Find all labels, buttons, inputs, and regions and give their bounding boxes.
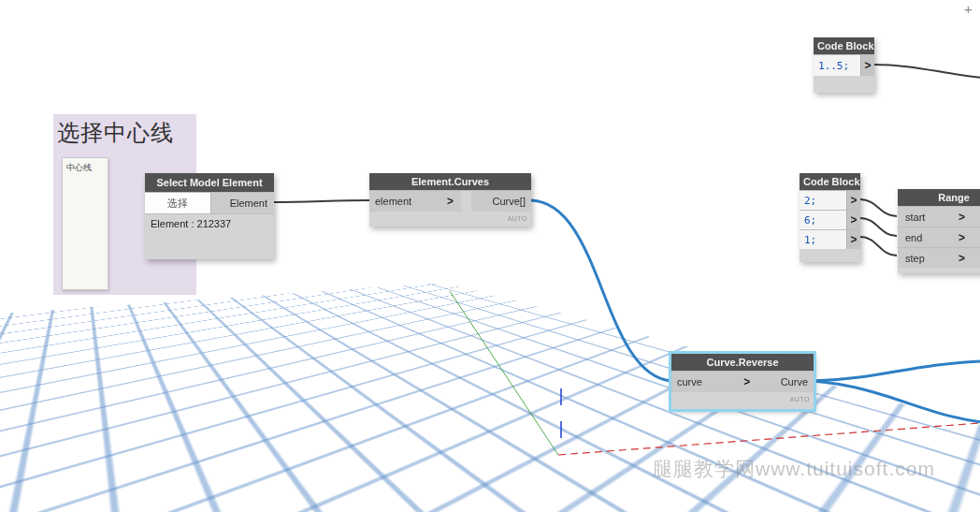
node-header[interactable]: Code Block [814, 37, 874, 54]
selected-element-value: Element : 212337 [145, 213, 274, 259]
input-port-icon: > [958, 212, 965, 223]
output-port[interactable]: > [846, 211, 860, 229]
input-port-start[interactable]: start > [898, 206, 980, 227]
code-line[interactable]: 6; [800, 211, 846, 229]
node-footer [898, 268, 980, 273]
select-button[interactable]: 选择 [145, 193, 211, 213]
input-port-curve[interactable]: curve > [671, 372, 757, 392]
watermark: 腿腿教学网www.tuituisoft.com [653, 456, 935, 482]
output-port-curve[interactable]: Curve [757, 372, 814, 392]
input-port-label: element [375, 196, 411, 207]
input-port-icon: > [447, 196, 454, 207]
node-code-block-top[interactable]: Code Block 1..5; > [814, 37, 874, 93]
node-header[interactable]: Curve.Reverse [671, 354, 814, 371]
input-port-label: curve [677, 376, 702, 388]
output-port[interactable]: > [846, 230, 860, 249]
output-port-element[interactable]: Element [211, 193, 274, 213]
input-port-label: step [905, 253, 925, 264]
output-port-label: Curve[] [493, 196, 526, 207]
text-note[interactable]: 中心线 [62, 157, 108, 290]
node-header[interactable]: Range [898, 189, 980, 206]
group-title: 选择中心线 [53, 114, 196, 148]
node-curve-reverse[interactable]: Curve.Reverse curve > Curve AUTO [671, 354, 814, 409]
input-port-icon: > [743, 376, 750, 388]
output-port-icon: > [850, 214, 857, 226]
input-port-step[interactable]: step > [898, 247, 980, 268]
dynamo-workspace[interactable]: 选择中心线 中心线 Code Block 1..5; > Select Mode… [0, 0, 980, 512]
code-line[interactable]: 1..5; [814, 55, 860, 76]
cursor-plus-icon: + [964, 1, 973, 17]
node-range[interactable]: Range start > end > step > [898, 189, 980, 273]
node-header[interactable]: Select Model Element [145, 173, 274, 192]
node-footer [814, 76, 874, 93]
output-port-curves[interactable]: Curve[] [471, 191, 531, 212]
node-code-block-right[interactable]: Code Block 2; > 6; > 1; > [800, 173, 860, 262]
output-port-icon: > [850, 234, 857, 245]
output-port-icon: > [864, 60, 871, 71]
input-port-icon: > [958, 232, 965, 243]
input-port-label: end [905, 232, 922, 243]
wire-codeblock-to-range-start[interactable] [860, 199, 897, 216]
lacing-label[interactable]: AUTO [671, 392, 814, 409]
input-port-label: start [905, 212, 925, 223]
input-port-end[interactable]: end > [898, 227, 980, 247]
lacing-label[interactable]: AUTO [369, 212, 531, 227]
node-footer [800, 249, 860, 262]
output-port[interactable]: > [860, 55, 874, 76]
node-element-curves[interactable]: Element.Curves element > Curve[] AUTO [369, 173, 531, 227]
wire-sme-to-elementcurves[interactable] [274, 200, 369, 202]
output-port-label: Curve [781, 376, 808, 388]
node-header[interactable]: Element.Curves [369, 173, 531, 190]
input-port-icon: > [958, 253, 965, 264]
output-port[interactable]: > [846, 191, 860, 210]
node-header[interactable]: Code Block [800, 173, 860, 190]
wire-codeblock-to-range-step[interactable] [860, 237, 897, 256]
wire-codeblock-to-range-end[interactable] [860, 218, 897, 236]
node-select-model-element[interactable]: Select Model Element 选择 Element Element … [145, 173, 274, 259]
code-line[interactable]: 2; [800, 191, 846, 210]
wire-codeblock-top-out[interactable] [874, 65, 980, 78]
input-port-element[interactable]: element > [369, 191, 461, 212]
code-line[interactable]: 1; [800, 230, 846, 249]
output-port-icon: > [850, 195, 857, 206]
